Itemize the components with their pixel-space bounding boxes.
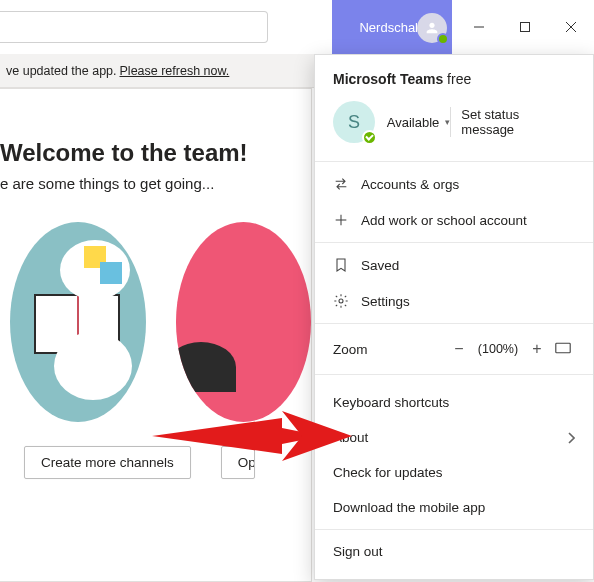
window-minimize-button[interactable] [456,0,502,54]
window-close-button[interactable] [548,0,594,54]
svg-rect-1 [521,23,530,32]
divider [315,529,593,530]
presence-status-picker[interactable]: Available▾ [387,115,451,130]
create-more-channels-button[interactable]: Create more channels [24,446,191,479]
zoom-label: Zoom [333,342,445,357]
bookmark-icon [333,257,349,273]
divider [315,242,593,243]
svg-point-6 [339,299,343,303]
zoom-percent: (100%) [473,342,523,356]
open-faq-button[interactable]: Op [221,446,255,479]
close-icon [565,21,577,33]
about-item[interactable]: About [315,420,593,455]
gear-icon [333,293,349,309]
svg-rect-7 [556,343,570,353]
settings-item[interactable]: Settings [315,283,593,319]
sign-out-item[interactable]: Sign out [315,534,593,569]
search-input[interactable] [0,11,268,43]
presence-badge-available-icon [362,130,377,145]
keyboard-shortcuts-item[interactable]: Keyboard shortcuts [315,385,593,420]
illustration-channels [10,222,146,422]
divider [315,161,593,162]
profile-menu: Microsoft Teams free S Available▾ Set st… [314,54,594,580]
profile-avatar-large: S [333,101,375,143]
fullscreen-button[interactable] [551,342,575,357]
zoom-out-button[interactable]: − [445,340,473,358]
divider [315,374,593,375]
download-mobile-app-item[interactable]: Download the mobile app [315,490,593,525]
illustration-faq [176,222,312,422]
welcome-subtext: e are some things to get going... [0,175,311,192]
profile-menu-title: Microsoft Teams free [315,55,593,97]
accounts-and-orgs-item[interactable]: Accounts & orgs [315,166,593,202]
banner-text: ve updated the app. [6,64,117,78]
plus-icon [333,212,349,228]
refresh-now-link[interactable]: Please refresh now. [120,64,230,78]
check-for-updates-item[interactable]: Check for updates [315,455,593,490]
set-status-message-link[interactable]: Set status message [450,107,575,137]
zoom-in-button[interactable]: + [523,340,551,358]
swap-icon [333,176,349,192]
welcome-heading: Welcome to the team! [0,139,311,167]
fullscreen-icon [555,342,571,354]
divider [315,323,593,324]
welcome-panel: Welcome to the team! e are some things t… [0,88,312,582]
saved-item[interactable]: Saved [315,247,593,283]
profile-avatar-button[interactable] [417,13,447,43]
add-account-item[interactable]: Add work or school account [315,202,593,238]
maximize-icon [519,21,531,33]
window-maximize-button[interactable] [502,0,548,54]
presence-badge-available-icon [437,33,449,45]
chevron-right-icon [567,432,575,444]
minimize-icon [473,21,485,33]
person-icon [424,20,440,36]
